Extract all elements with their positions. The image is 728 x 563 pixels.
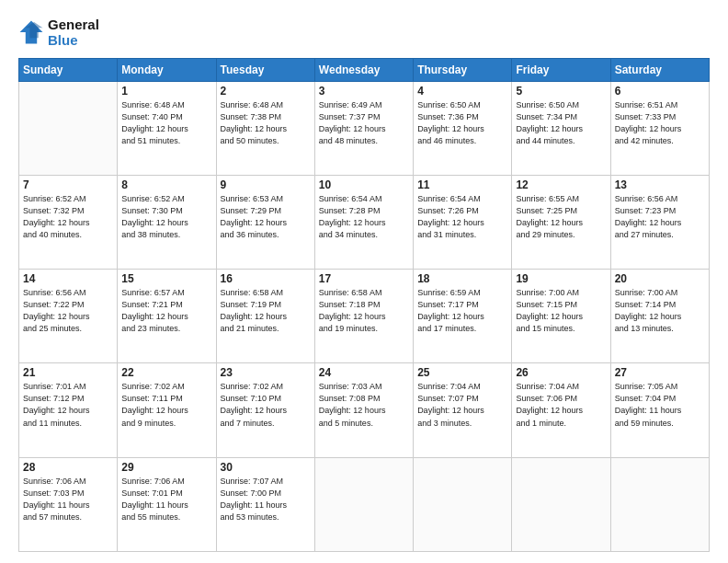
day-info: Sunrise: 7:02 AM Sunset: 7:10 PM Dayligh… (221, 381, 311, 429)
col-header-tuesday: Tuesday (216, 58, 314, 81)
day-info: Sunrise: 7:04 AM Sunset: 7:06 PM Dayligh… (516, 381, 606, 429)
day-info: Sunrise: 7:04 AM Sunset: 7:07 PM Dayligh… (417, 381, 507, 429)
calendar-cell: 9Sunrise: 6:53 AM Sunset: 7:29 PM Daylig… (216, 175, 314, 269)
day-info: Sunrise: 7:05 AM Sunset: 7:04 PM Dayligh… (615, 381, 705, 429)
calendar-cell (512, 457, 610, 551)
day-number: 29 (121, 461, 211, 474)
logo-icon (18, 19, 44, 45)
calendar-cell: 7Sunrise: 6:52 AM Sunset: 7:32 PM Daylig… (19, 175, 118, 269)
calendar-cell: 2Sunrise: 6:48 AM Sunset: 7:38 PM Daylig… (216, 81, 314, 175)
day-info: Sunrise: 6:48 AM Sunset: 7:40 PM Dayligh… (121, 99, 211, 147)
day-info: Sunrise: 7:00 AM Sunset: 7:14 PM Dayligh… (615, 287, 705, 335)
day-number: 19 (516, 272, 606, 285)
day-number: 20 (615, 272, 705, 285)
calendar-cell: 14Sunrise: 6:56 AM Sunset: 7:22 PM Dayli… (19, 270, 118, 363)
calendar-cell: 23Sunrise: 7:02 AM Sunset: 7:10 PM Dayli… (216, 363, 314, 457)
day-number: 8 (121, 178, 211, 191)
day-number: 2 (221, 85, 311, 98)
col-header-sunday: Sunday (19, 58, 118, 81)
day-info: Sunrise: 6:54 AM Sunset: 7:28 PM Dayligh… (319, 193, 409, 241)
day-number: 12 (516, 178, 606, 191)
day-number: 26 (516, 366, 606, 379)
calendar-cell: 5Sunrise: 6:50 AM Sunset: 7:34 PM Daylig… (512, 81, 610, 175)
logo: General Blue (18, 17, 99, 49)
calendar-cell (414, 457, 512, 551)
day-info: Sunrise: 6:59 AM Sunset: 7:17 PM Dayligh… (417, 287, 507, 335)
day-number: 24 (319, 366, 409, 379)
calendar-cell: 18Sunrise: 6:59 AM Sunset: 7:17 PM Dayli… (414, 270, 512, 363)
calendar-cell: 15Sunrise: 6:57 AM Sunset: 7:21 PM Dayli… (118, 270, 216, 363)
calendar-cell (610, 457, 709, 551)
day-number: 27 (615, 366, 705, 379)
day-number: 4 (417, 85, 507, 98)
day-info: Sunrise: 6:51 AM Sunset: 7:33 PM Dayligh… (615, 99, 705, 147)
calendar-week-row: 28Sunrise: 7:06 AM Sunset: 7:03 PM Dayli… (19, 457, 710, 551)
day-info: Sunrise: 6:57 AM Sunset: 7:21 PM Dayligh… (121, 287, 211, 335)
col-header-monday: Monday (118, 58, 216, 81)
calendar-week-row: 1Sunrise: 6:48 AM Sunset: 7:40 PM Daylig… (19, 81, 710, 175)
day-info: Sunrise: 6:56 AM Sunset: 7:23 PM Dayligh… (615, 193, 705, 241)
day-info: Sunrise: 7:01 AM Sunset: 7:12 PM Dayligh… (23, 381, 113, 429)
day-number: 11 (417, 178, 507, 191)
calendar-cell: 1Sunrise: 6:48 AM Sunset: 7:40 PM Daylig… (118, 81, 216, 175)
page: General Blue SundayMondayTuesdayWednesda… (0, 0, 728, 563)
day-info: Sunrise: 7:00 AM Sunset: 7:15 PM Dayligh… (516, 287, 606, 335)
day-number: 18 (417, 272, 507, 285)
day-info: Sunrise: 6:49 AM Sunset: 7:37 PM Dayligh… (319, 99, 409, 147)
col-header-friday: Friday (512, 58, 610, 81)
calendar-cell: 13Sunrise: 6:56 AM Sunset: 7:23 PM Dayli… (610, 175, 709, 269)
day-number: 7 (23, 178, 113, 191)
header: General Blue (18, 17, 710, 49)
calendar-cell: 8Sunrise: 6:52 AM Sunset: 7:30 PM Daylig… (118, 175, 216, 269)
calendar-cell: 3Sunrise: 6:49 AM Sunset: 7:37 PM Daylig… (314, 81, 413, 175)
calendar-cell (314, 457, 413, 551)
day-info: Sunrise: 6:58 AM Sunset: 7:19 PM Dayligh… (221, 287, 311, 335)
day-info: Sunrise: 6:50 AM Sunset: 7:36 PM Dayligh… (417, 99, 507, 147)
calendar-table: SundayMondayTuesdayWednesdayThursdayFrid… (18, 58, 710, 553)
day-info: Sunrise: 6:50 AM Sunset: 7:34 PM Dayligh… (516, 99, 606, 147)
day-info: Sunrise: 6:58 AM Sunset: 7:18 PM Dayligh… (319, 287, 409, 335)
day-info: Sunrise: 6:52 AM Sunset: 7:32 PM Dayligh… (23, 193, 113, 241)
calendar-cell: 16Sunrise: 6:58 AM Sunset: 7:19 PM Dayli… (216, 270, 314, 363)
day-info: Sunrise: 7:03 AM Sunset: 7:08 PM Dayligh… (319, 381, 409, 429)
day-number: 17 (319, 272, 409, 285)
logo-text: General Blue (48, 17, 99, 49)
calendar-cell: 30Sunrise: 7:07 AM Sunset: 7:00 PM Dayli… (216, 457, 314, 551)
day-number: 1 (121, 85, 211, 98)
day-info: Sunrise: 6:52 AM Sunset: 7:30 PM Dayligh… (121, 193, 211, 241)
day-number: 5 (516, 85, 606, 98)
col-header-saturday: Saturday (610, 58, 709, 81)
calendar-header-row: SundayMondayTuesdayWednesdayThursdayFrid… (19, 58, 710, 81)
calendar-cell: 29Sunrise: 7:06 AM Sunset: 7:01 PM Dayli… (118, 457, 216, 551)
calendar-cell: 28Sunrise: 7:06 AM Sunset: 7:03 PM Dayli… (19, 457, 118, 551)
calendar-cell: 21Sunrise: 7:01 AM Sunset: 7:12 PM Dayli… (19, 363, 118, 457)
calendar-cell: 10Sunrise: 6:54 AM Sunset: 7:28 PM Dayli… (314, 175, 413, 269)
calendar-cell: 11Sunrise: 6:54 AM Sunset: 7:26 PM Dayli… (414, 175, 512, 269)
day-info: Sunrise: 6:48 AM Sunset: 7:38 PM Dayligh… (221, 99, 311, 147)
day-number: 22 (121, 366, 211, 379)
calendar-cell: 27Sunrise: 7:05 AM Sunset: 7:04 PM Dayli… (610, 363, 709, 457)
day-number: 23 (221, 366, 311, 379)
calendar-cell: 24Sunrise: 7:03 AM Sunset: 7:08 PM Dayli… (314, 363, 413, 457)
calendar-week-row: 7Sunrise: 6:52 AM Sunset: 7:32 PM Daylig… (19, 175, 710, 269)
calendar-week-row: 14Sunrise: 6:56 AM Sunset: 7:22 PM Dayli… (19, 270, 710, 363)
calendar-cell: 4Sunrise: 6:50 AM Sunset: 7:36 PM Daylig… (414, 81, 512, 175)
calendar-cell: 19Sunrise: 7:00 AM Sunset: 7:15 PM Dayli… (512, 270, 610, 363)
day-number: 30 (221, 461, 311, 474)
calendar-cell (19, 81, 118, 175)
day-info: Sunrise: 7:06 AM Sunset: 7:03 PM Dayligh… (23, 476, 113, 523)
day-number: 10 (319, 178, 409, 191)
day-info: Sunrise: 7:06 AM Sunset: 7:01 PM Dayligh… (121, 476, 211, 523)
day-info: Sunrise: 7:07 AM Sunset: 7:00 PM Dayligh… (221, 476, 311, 523)
calendar-cell: 6Sunrise: 6:51 AM Sunset: 7:33 PM Daylig… (610, 81, 709, 175)
day-info: Sunrise: 7:02 AM Sunset: 7:11 PM Dayligh… (121, 381, 211, 429)
day-number: 13 (615, 178, 705, 191)
day-info: Sunrise: 6:55 AM Sunset: 7:25 PM Dayligh… (516, 193, 606, 241)
day-number: 15 (121, 272, 211, 285)
calendar-week-row: 21Sunrise: 7:01 AM Sunset: 7:12 PM Dayli… (19, 363, 710, 457)
day-info: Sunrise: 6:56 AM Sunset: 7:22 PM Dayligh… (23, 287, 113, 335)
calendar-cell: 20Sunrise: 7:00 AM Sunset: 7:14 PM Dayli… (610, 270, 709, 363)
day-number: 25 (417, 366, 507, 379)
day-number: 21 (23, 366, 113, 379)
day-info: Sunrise: 6:53 AM Sunset: 7:29 PM Dayligh… (221, 193, 311, 241)
